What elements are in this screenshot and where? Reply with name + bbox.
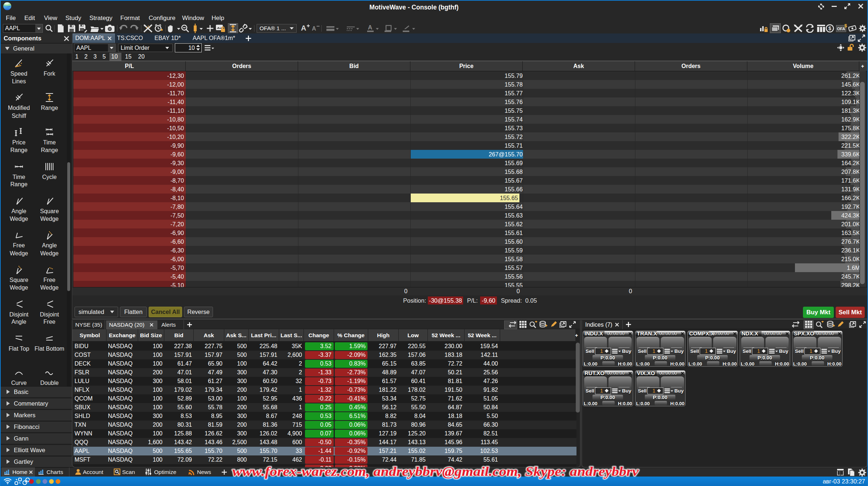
svg-text:$: $ [828, 25, 831, 31]
svg-text:www.forex-warez.com, andreybbr: www.forex-warez.com, andreybbrv@gmail.co… [232, 464, 639, 479]
